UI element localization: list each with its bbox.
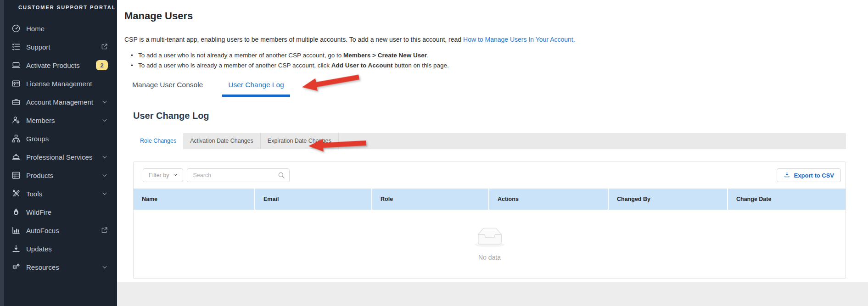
main-content: Manage Users CSP is a multi-tenant app, … (117, 0, 868, 306)
column-header-role: Role (372, 189, 489, 210)
annotation-arrow-subtabs (307, 136, 367, 154)
table-header-row: Name Email Role Actions Changed By Chang… (134, 189, 846, 210)
intro-paragraph: CSP is a multi-tenant app, enabling user… (124, 36, 868, 43)
sidebar-item-label: Updates (26, 245, 52, 253)
sidebar-item-professional-services[interactable]: Professional Services (0, 148, 117, 166)
subtab-role-changes[interactable]: Role Changes (133, 133, 183, 149)
download-icon (11, 244, 21, 253)
subtab-activation-date-changes[interactable]: Activation Date Changes (183, 133, 261, 149)
search-field (187, 168, 290, 182)
instruction-list: To add a user who is not already a membe… (131, 50, 868, 71)
download-icon (784, 171, 790, 179)
sidebar-item-updates[interactable]: Updates (0, 239, 117, 258)
notification-badge: 2 (96, 60, 108, 70)
table-toolbar: Filter by Export to CSV (134, 162, 846, 189)
empty-state-text: No data (478, 254, 501, 261)
sidebar-item-label: Tools (26, 190, 42, 198)
filter-by-label: Filter by (149, 172, 169, 178)
sidebar-nav: Home Support Activate Products 2 License… (0, 19, 117, 276)
chevron-down-icon (101, 117, 108, 123)
instruction-text: button on this page. (392, 62, 448, 69)
sidebar-item-label: WildFire (26, 208, 51, 216)
sidebar: CUSTOMER SUPPORT PORTAL Home Support Act… (0, 0, 117, 306)
page-footer-strip (117, 282, 868, 306)
external-link-icon (101, 43, 108, 50)
dashboard-icon (11, 24, 21, 33)
chevron-down-icon (101, 190, 108, 197)
instruction-item: To add a user who is already a member of… (131, 61, 868, 71)
column-header-change-date: Change Date (728, 189, 846, 210)
filter-by-dropdown[interactable]: Filter by (143, 168, 183, 182)
empty-state: No data (134, 210, 846, 278)
search-input[interactable] (187, 168, 290, 182)
sidebar-item-label: Account Management (26, 98, 93, 106)
sidebar-item-label: Home (26, 25, 45, 33)
section-title: User Change Log (133, 111, 868, 121)
sidebar-item-label: Activate Products (26, 61, 80, 69)
chevron-down-icon (101, 172, 108, 178)
sidebar-item-label: Products (26, 172, 53, 179)
sidebar-item-products[interactable]: Products (0, 166, 117, 184)
chevron-down-icon (101, 154, 108, 160)
user-gear-icon (11, 116, 21, 125)
change-log-panel: Filter by Export to CSV Name Email Role … (133, 161, 846, 279)
sitemap-icon (11, 134, 21, 143)
instruction-item: To add a user who is not already a membe… (131, 50, 868, 61)
chevron-down-icon (173, 172, 178, 179)
external-link-icon (101, 227, 108, 234)
export-to-csv-button[interactable]: Export to CSV (777, 168, 841, 182)
sidebar-item-label: Members (26, 117, 55, 124)
tools-icon (11, 189, 21, 198)
sidebar-item-support[interactable]: Support (0, 38, 117, 56)
instruction-text: . (427, 52, 429, 59)
empty-inbox-icon (474, 228, 506, 250)
task-list-icon (11, 42, 21, 51)
dome-icon (11, 152, 21, 161)
instruction-text: To add a user who is not already a membe… (138, 52, 343, 59)
sidebar-item-wildfire[interactable]: WildFire (0, 203, 117, 221)
manage-users-help-link[interactable]: How to Manage Users In Your Account. (463, 36, 575, 43)
sidebar-item-label: Support (26, 43, 50, 51)
sidebar-item-tools[interactable]: Tools (0, 184, 117, 203)
sidebar-item-label: License Management (26, 80, 92, 88)
intro-text: CSP is a multi-tenant app, enabling user… (124, 36, 463, 43)
sidebar-item-autofocus[interactable]: AutoFocus (0, 221, 117, 239)
sidebar-scrollbar[interactable] (0, 0, 4, 306)
sidebar-item-groups[interactable]: Groups (0, 129, 117, 148)
tab-manage-user-console[interactable]: Manage User Console (126, 81, 209, 97)
table-icon (11, 171, 21, 180)
sidebar-item-label: Groups (26, 135, 49, 143)
chevron-down-icon (101, 99, 108, 105)
sidebar-item-label: Resources (26, 263, 59, 271)
page-title: Manage Users (124, 10, 868, 22)
sidebar-item-account-management[interactable]: Account Management (0, 93, 117, 111)
briefcase-icon (11, 97, 21, 106)
export-label: Export to CSV (794, 172, 834, 179)
sidebar-item-label: Professional Services (26, 153, 92, 161)
app-title: CUSTOMER SUPPORT PORTAL (0, 0, 117, 10)
change-log-subtabs: Role Changes Activation Date Changes Exp… (133, 133, 846, 149)
sidebar-item-activate-products[interactable]: Activate Products 2 (0, 56, 117, 74)
main-tabs: Manage User Console User Change Log (126, 81, 868, 97)
search-icon[interactable] (277, 171, 286, 181)
tab-user-change-log[interactable]: User Change Log (222, 81, 290, 97)
sidebar-item-members[interactable]: Members (0, 111, 117, 129)
sidebar-item-license-management[interactable]: License Management (0, 74, 117, 93)
instruction-bold: Add User to Account (331, 62, 393, 69)
license-icon (11, 79, 21, 88)
instruction-bold: Members > Create New User (343, 52, 427, 59)
sidebar-item-home[interactable]: Home (0, 19, 117, 38)
chevron-down-icon (101, 264, 108, 270)
instruction-text: To add a user who is already a member of… (138, 62, 331, 69)
laptop-icon (11, 61, 21, 70)
column-header-changed-by: Changed By (609, 189, 728, 210)
column-header-email: Email (255, 189, 372, 210)
bar-chart-icon (11, 226, 21, 235)
gears-icon (11, 262, 21, 272)
column-header-name: Name (134, 189, 255, 210)
sidebar-item-label: AutoFocus (26, 227, 59, 234)
flame-icon (11, 207, 21, 217)
sidebar-item-resources[interactable]: Resources (0, 258, 117, 276)
column-header-actions: Actions (489, 189, 609, 210)
